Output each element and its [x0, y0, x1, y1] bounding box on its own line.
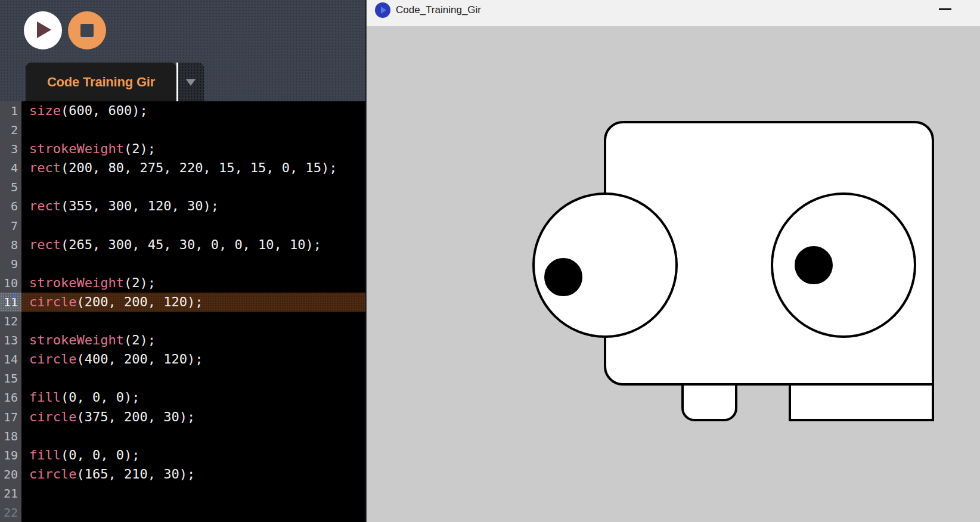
- minimize-icon: [939, 8, 951, 10]
- line-number: 4: [0, 159, 21, 178]
- code-line-3[interactable]: 3strokeWeight(2);: [0, 139, 365, 159]
- code-line-22[interactable]: 22: [0, 503, 365, 522]
- line-number: 2: [0, 120, 21, 139]
- function-name: fill: [29, 390, 61, 405]
- tab-menu-button[interactable]: [178, 63, 204, 101]
- code-line-18[interactable]: 18: [0, 427, 365, 446]
- code-text: size(600, 600);: [21, 101, 148, 120]
- code-text: [21, 178, 29, 197]
- code-line-10[interactable]: 10strokeWeight(2);: [0, 274, 365, 293]
- line-number: 12: [0, 312, 21, 331]
- code-line-8[interactable]: 8rect(265, 300, 45, 30, 0, 0, 10, 10);: [0, 235, 365, 254]
- sketch-tab-label: Code Training Gir: [47, 74, 155, 90]
- code-text: circle(375, 200, 30);: [21, 408, 195, 427]
- code-text: strokeWeight(2);: [21, 274, 156, 293]
- code-text: rect(200, 80, 275, 220, 15, 15, 0, 15);: [21, 159, 337, 178]
- function-name: strokeWeight: [29, 141, 124, 156]
- function-name: circle: [29, 294, 76, 309]
- code-text: rect(355, 300, 120, 30);: [21, 197, 219, 216]
- function-args: (200, 200, 120);: [76, 294, 203, 309]
- stop-button[interactable]: [68, 11, 106, 49]
- code-line-9[interactable]: 9: [0, 254, 365, 274]
- screen: Code Training Gir 1size(600, 600);23stro…: [0, 0, 980, 522]
- play-triangle-icon: [37, 21, 51, 38]
- function-args: (2);: [124, 275, 156, 290]
- code-text: circle(400, 200, 120);: [21, 350, 203, 369]
- function-args: (600, 600);: [61, 103, 148, 118]
- sketch-tab[interactable]: Code Training Gir: [26, 63, 176, 101]
- play-circle-icon[interactable]: [375, 2, 390, 18]
- sketch-shape-left-foot: [683, 384, 736, 420]
- code-line-1[interactable]: 1size(600, 600);: [0, 101, 365, 120]
- sketch-shape-right-pupil: [796, 247, 832, 283]
- code-text: circle(165, 210, 30);: [21, 465, 195, 484]
- code-text: strokeWeight(2);: [21, 331, 156, 350]
- function-args: (2);: [124, 141, 156, 156]
- code-line-5[interactable]: 5: [0, 178, 365, 197]
- code-text: [21, 254, 29, 274]
- function-name: fill: [29, 448, 61, 462]
- code-line-7[interactable]: 7: [0, 216, 365, 235]
- code-text: fill(0, 0, 0);: [21, 388, 139, 407]
- line-number: 15: [0, 369, 21, 388]
- line-number: 6: [0, 197, 21, 216]
- function-name: rect: [29, 237, 61, 252]
- code-line-14[interactable]: 14circle(400, 200, 120);: [0, 350, 365, 369]
- code-text: [21, 216, 29, 235]
- chevron-down-icon: [186, 79, 196, 86]
- code-line-2[interactable]: 2: [0, 120, 365, 139]
- code-text: rect(265, 300, 45, 30, 0, 0, 10, 10);: [21, 235, 321, 254]
- line-number: 13: [0, 331, 21, 350]
- line-number: 8: [0, 235, 21, 254]
- code-text: [21, 503, 29, 522]
- function-args: (0, 0, 0);: [61, 448, 139, 462]
- function-args: (400, 200, 120);: [76, 352, 203, 366]
- stop-square-icon: [80, 24, 94, 37]
- code-editor[interactable]: 1size(600, 600);23strokeWeight(2);4rect(…: [0, 101, 365, 522]
- function-args: (200, 80, 275, 220, 15, 15, 0, 15);: [61, 160, 337, 175]
- code-line-13[interactable]: 13strokeWeight(2);: [0, 331, 365, 350]
- code-line-20[interactable]: 20circle(165, 210, 30);: [0, 465, 365, 484]
- code-text: [21, 120, 29, 139]
- line-number: 11: [0, 293, 21, 312]
- sketch-window-title: Code_Training_Gir: [396, 0, 481, 20]
- function-name: circle: [29, 467, 76, 481]
- code-text: circle(200, 200, 120);: [21, 293, 203, 312]
- current-line-marker: [13, 294, 17, 299]
- line-number: 19: [0, 446, 21, 465]
- run-button[interactable]: [24, 11, 62, 49]
- code-text: [21, 427, 29, 446]
- minimize-button[interactable]: [930, 0, 957, 20]
- line-number: 10: [0, 274, 21, 293]
- code-line-6[interactable]: 6rect(355, 300, 120, 30);: [0, 197, 365, 216]
- function-args: (0, 0, 0);: [61, 390, 139, 405]
- ide-pane: Code Training Gir 1size(600, 600);23stro…: [0, 0, 366, 522]
- function-args: (375, 200, 30);: [76, 409, 195, 424]
- code-line-15[interactable]: 15: [0, 369, 365, 388]
- code-line-17[interactable]: 17circle(375, 200, 30);: [0, 408, 365, 427]
- line-number: 14: [0, 350, 21, 369]
- code-line-21[interactable]: 21: [0, 484, 365, 503]
- line-number: 17: [0, 408, 21, 427]
- function-args: (265, 300, 45, 30, 0, 0, 10, 10);: [61, 237, 321, 252]
- code-line-12[interactable]: 12: [0, 312, 365, 331]
- line-number: 7: [0, 216, 21, 235]
- function-name: strokeWeight: [29, 333, 124, 347]
- code-text: [21, 484, 29, 503]
- sketch-window-titlebar[interactable]: Code_Training_Gir: [367, 0, 980, 26]
- code-line-4[interactable]: 4rect(200, 80, 275, 220, 15, 15, 0, 15);: [0, 159, 365, 178]
- code-line-19[interactable]: 19fill(0, 0, 0);: [0, 446, 365, 465]
- sketch-shape-right-eye: [772, 194, 915, 337]
- function-name: circle: [29, 352, 76, 366]
- function-name: rect: [29, 160, 61, 175]
- function-name: circle: [29, 409, 76, 424]
- code-line-11[interactable]: 11circle(200, 200, 120);: [0, 293, 365, 312]
- function-name: rect: [29, 198, 61, 213]
- sketch-canvas[interactable]: [367, 26, 980, 522]
- line-number: 21: [0, 484, 21, 503]
- sketch-shape-left-pupil: [545, 259, 581, 295]
- line-number: 3: [0, 139, 21, 159]
- line-number: 5: [0, 178, 21, 197]
- code-line-16[interactable]: 16fill(0, 0, 0);: [0, 388, 365, 407]
- play-triangle-icon: [381, 7, 386, 14]
